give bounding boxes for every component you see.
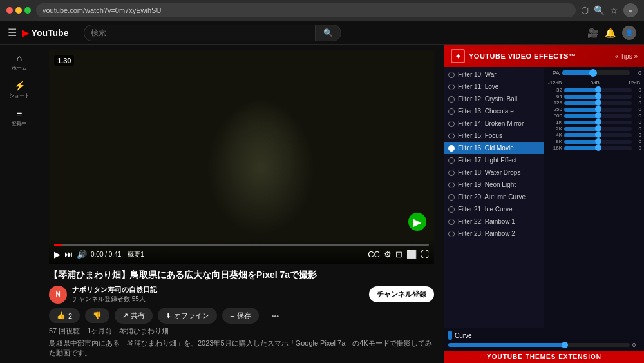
user-avatar[interactable]: 👤: [622, 26, 636, 40]
menu-icon[interactable]: ☰: [8, 26, 17, 39]
offline-button[interactable]: ⬇ オフライン: [158, 308, 217, 324]
eq-pa-label: PA: [547, 70, 560, 76]
miniplayer-button[interactable]: ⊡: [395, 250, 402, 259]
curve-controls: 0: [448, 342, 640, 348]
save-button[interactable]: + 保存: [222, 308, 258, 324]
eq-band-track-2K[interactable]: [564, 127, 632, 131]
controls-row: ▶ ⏭ 🔊 0:00 / 0:41 概要1 CC ⚙: [54, 250, 429, 259]
search-button[interactable]: 🔍: [315, 25, 341, 41]
eq-band-fill-4K: [564, 133, 598, 137]
share-button[interactable]: ↗ 共有: [115, 308, 153, 324]
filter-item-14[interactable]: Filter 14: Broken Mirror: [444, 117, 544, 130]
eq-band-thumb-8K: [595, 138, 601, 144]
eq-band-track-32[interactable]: [564, 88, 632, 92]
filter-item-21[interactable]: Filter 21: Ice Curve: [444, 203, 544, 215]
eq-band-thumb-250: [595, 106, 601, 112]
captions-button[interactable]: CC: [368, 250, 380, 259]
eq-pa-section: PA 0: [547, 70, 641, 76]
effects-logo: ✦: [451, 49, 465, 63]
curve-value: 0: [632, 342, 640, 348]
filter-item-23[interactable]: Filter 23: Rainbow 2: [444, 228, 544, 240]
eq-pa-slider[interactable]: [562, 70, 630, 75]
curve-fill: [448, 343, 566, 347]
filter-item-22[interactable]: Filter 22: Rainbow 1: [444, 215, 544, 228]
dislike-icon: 👎: [93, 311, 102, 320]
dislike-button[interactable]: 👎: [85, 308, 109, 323]
eq-band-value-4K: 0: [634, 132, 641, 138]
zoom-icon[interactable]: 🔍: [594, 5, 605, 15]
channel-name[interactable]: ナポリタン寿司の自然日記: [72, 285, 364, 295]
maximize-dot[interactable]: [24, 7, 31, 14]
youtube-logo[interactable]: ▶ YouTube: [22, 28, 68, 38]
effects-title: YOUTUBE VIDEO EFFECTS™: [469, 52, 611, 60]
eq-band-thumb-32: [595, 86, 601, 93]
sidebar-item-subscriptions[interactable]: ≡ 登録中: [9, 106, 30, 130]
eq-top-row: PA 0: [547, 70, 641, 76]
eq-band-label-8K: 8K: [547, 139, 562, 144]
video-title: 【琴浦ひまわり畑】鳥取県にある広大な向日葵畑をPixel 7aで撮影: [49, 270, 434, 281]
channel-avatar[interactable]: N: [49, 286, 67, 304]
video-icon[interactable]: 🎥: [587, 28, 598, 38]
subscribe-button[interactable]: チャンネル登録: [369, 286, 434, 302]
sidebar-item-home[interactable]: ⌂ ホーム: [9, 50, 30, 74]
settings-button[interactable]: ⚙: [384, 250, 392, 259]
filter-radio-23: [448, 231, 455, 237]
time-total: 0:41: [109, 251, 121, 258]
filter-item-17[interactable]: Filter 17: Light Effect: [444, 154, 544, 166]
filter-item-15[interactable]: Filter 15: Focus: [444, 130, 544, 142]
play-button[interactable]: ▶: [54, 250, 61, 259]
time-current: 0:00: [91, 251, 103, 258]
eq-band-track-500[interactable]: [564, 114, 632, 118]
next-chapter-button[interactable]: ▶: [408, 213, 426, 231]
eq-band-track-16K[interactable]: [564, 146, 632, 150]
filter-label-15: Filter 15: Focus: [458, 132, 502, 139]
eq-band-track-1K[interactable]: [564, 121, 632, 124]
curve-slider[interactable]: [448, 343, 630, 347]
video-stats: 57 回視聴 1ヶ月前 琴浦ひまわり畑: [49, 326, 434, 336]
profile-avatar[interactable]: ●: [623, 3, 638, 17]
eq-band-fill-250: [564, 108, 598, 112]
eq-band-row-32: 32 0: [547, 87, 641, 93]
close-dot[interactable]: [6, 7, 13, 14]
like-count: 2: [68, 312, 72, 320]
eq-band-track-8K[interactable]: [564, 140, 632, 144]
curve-section: Curve 0: [444, 328, 644, 351]
cast-icon[interactable]: ⬡: [581, 5, 589, 15]
eq-band-track-4K[interactable]: [564, 133, 632, 137]
filter-label-19: Filter 19: Neon Light: [458, 181, 516, 188]
fullscreen-button[interactable]: ⛶: [421, 250, 429, 259]
eq-freq-minus: -12dB: [548, 80, 562, 86]
eq-band-fill-1K: [564, 121, 598, 124]
search-input[interactable]: [84, 25, 315, 41]
eq-band-value-125: 0: [634, 100, 641, 106]
filter-item-11[interactable]: Filter 11: Love: [444, 81, 544, 93]
curve-bar-icon: [448, 331, 452, 340]
volume-button[interactable]: 🔊: [77, 250, 87, 259]
filter-item-12[interactable]: Filter 12: Crystal Ball: [444, 93, 544, 105]
sidebar-item-shorts[interactable]: ⚡ ショート: [6, 78, 32, 102]
filter-item-16[interactable]: Filter 16: Old Movie: [444, 142, 544, 154]
eq-band-label-16K: 16K: [547, 145, 562, 151]
filter-item-18[interactable]: Filter 18: Water Drops: [444, 166, 544, 179]
theater-button[interactable]: ⬜: [406, 250, 417, 259]
more-button[interactable]: •••: [264, 309, 287, 323]
like-button[interactable]: 👍 2: [49, 308, 80, 323]
eq-band-track-64[interactable]: [564, 95, 632, 99]
bell-icon[interactable]: 🔔: [605, 28, 616, 38]
eq-band-thumb-64: [595, 93, 601, 99]
eq-band-thumb-500: [595, 112, 601, 119]
eq-band-track-125[interactable]: [564, 101, 632, 105]
eq-band-track-250[interactable]: [564, 108, 632, 112]
effects-tips-button[interactable]: « Tips »: [615, 53, 638, 60]
progress-bar[interactable]: [54, 244, 429, 246]
eq-pa-thumb: [589, 69, 597, 77]
filter-item-20[interactable]: Filter 20: Autumn Curve: [444, 191, 544, 203]
bookmark-icon[interactable]: ☆: [610, 5, 618, 15]
eq-band-label-250: 250: [547, 106, 562, 112]
filter-item-13[interactable]: Filter 13: Chocolate: [444, 105, 544, 117]
minimize-dot[interactable]: [15, 7, 22, 14]
address-bar[interactable]: youtube.com/watch?v=0m7xyEwihSU: [36, 3, 576, 17]
next-button[interactable]: ⏭: [64, 250, 73, 259]
filter-item-19[interactable]: Filter 19: Neon Light: [444, 179, 544, 191]
filter-item-10[interactable]: Filter 10: War: [444, 68, 544, 81]
